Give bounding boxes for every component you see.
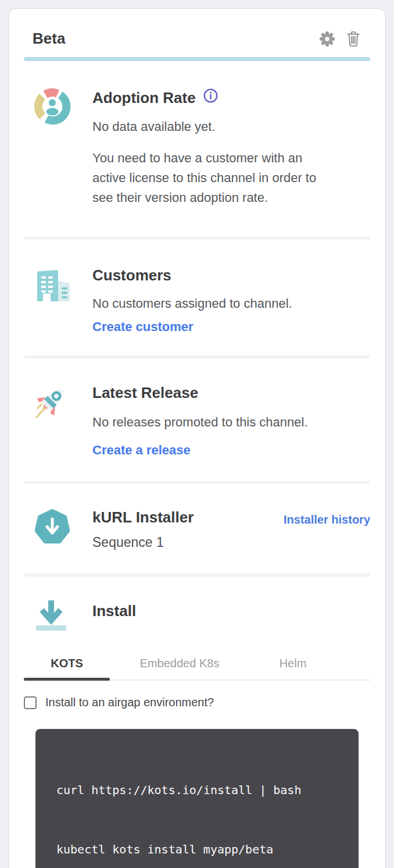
install-command-line: kubectl kots install myapp/beta: [56, 839, 347, 859]
adoption-rate-content: Adoption Rate No data available yet. You…: [92, 87, 370, 208]
adoption-donut-user-icon: [33, 87, 72, 208]
airgap-checkbox-row: Install to an airgap environment?: [24, 696, 370, 709]
installer-sequence-label: Sequence 1: [92, 535, 284, 550]
airgap-checkbox[interactable]: [24, 696, 37, 709]
customers-content: Customers No customers assigned to chann…: [92, 265, 370, 335]
buildings-icon: [33, 265, 72, 335]
kurl-installer-text: kURL Installer Sequence 1: [92, 507, 284, 550]
install-command-line: curl https://kots.io/install | bash: [56, 780, 347, 800]
tab-kots[interactable]: KOTS: [24, 657, 110, 680]
page-background: Beta: [0, 0, 394, 868]
header-actions: [318, 30, 361, 48]
channel-delete-button[interactable]: [345, 30, 361, 48]
latest-release-title: Latest Release: [92, 384, 370, 402]
installer-history-link[interactable]: Installer history: [284, 513, 370, 550]
channel-title: Beta: [33, 30, 65, 48]
latest-release-section: Latest Release No releases promoted to t…: [24, 358, 370, 481]
gear-icon: [318, 41, 336, 49]
tab-helm[interactable]: Helm: [249, 657, 336, 680]
airgap-checkbox-label: Install to an airgap environment?: [45, 696, 214, 709]
customers-title: Customers: [92, 266, 370, 284]
create-customer-link[interactable]: Create customer: [92, 319, 194, 335]
trash-icon: [345, 41, 361, 49]
kurl-installer-content: kURL Installer Sequence 1 Installer hist…: [92, 507, 370, 550]
rocket-icon: [33, 383, 72, 458]
install-command-code-block: curl https://kots.io/install | bash kube…: [35, 729, 359, 868]
latest-release-empty-message: No releases promoted to this channel.: [92, 412, 370, 432]
create-release-link[interactable]: Create a release: [92, 443, 191, 458]
adoption-description: You need to have a customer with an acti…: [92, 148, 328, 208]
tab-embedded-k8s[interactable]: Embedded K8s: [110, 657, 249, 680]
install-method-tabs: KOTS Embedded K8s Helm: [24, 657, 370, 681]
kurl-installer-title: kURL Installer: [92, 508, 284, 527]
install-title: Install: [92, 602, 370, 620]
info-circle-icon[interactable]: [203, 88, 219, 108]
channel-settings-button[interactable]: [318, 30, 336, 48]
install-section-header: Install: [24, 577, 370, 635]
customers-section: Customers No customers assigned to chann…: [24, 240, 370, 355]
install-title-wrap: Install: [92, 597, 370, 635]
adoption-rate-title: Adoption Rate: [92, 88, 370, 108]
adoption-empty-message: No data available yet.: [92, 117, 370, 137]
channel-accent-bar: [24, 57, 370, 61]
kurl-installer-section: kURL Installer Sequence 1 Installer hist…: [24, 484, 370, 574]
download-arrow-icon: [33, 597, 70, 635]
customers-empty-message: No customers assigned to channel.: [92, 294, 370, 314]
heptagon-download-icon: [33, 507, 72, 550]
adoption-rate-section: Adoption Rate No data available yet. You…: [24, 61, 370, 237]
card-header: Beta: [24, 9, 370, 57]
latest-release-content: Latest Release No releases promoted to t…: [92, 383, 370, 458]
channel-card: Beta: [8, 8, 386, 868]
